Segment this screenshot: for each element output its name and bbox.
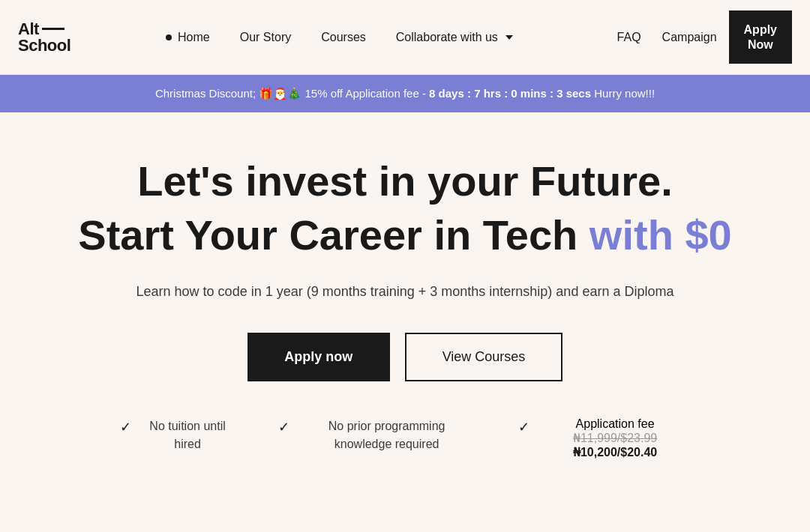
hero-title-line1: Let's invest in your Future. (60, 157, 750, 205)
hero-section: Let's invest in your Future. Start Your … (0, 112, 810, 519)
nav-apply-now-button[interactable]: Apply Now (729, 10, 792, 63)
feature-no-tuition: ✓ No tuition until hired (120, 417, 233, 453)
nav-home[interactable]: Home (154, 25, 222, 50)
nav-apply-now-line2: Now (748, 37, 773, 52)
view-courses-button[interactable]: View Courses (405, 333, 563, 381)
nav-collaborate-link[interactable]: Collaborate with us (384, 25, 525, 50)
nav-our-story-link[interactable]: Our Story (228, 25, 303, 50)
feature-no-prior-knowledge: ✓ No prior programming knowledge require… (278, 417, 473, 453)
feature-fee-details: Application fee ₦11,999/$23.99 ₦10,200/$… (540, 417, 690, 459)
nav-collaborate-label: Collaborate with us (396, 31, 498, 44)
hero-title-accent: with $0 (590, 211, 732, 259)
feature-no-tuition-text: No tuition until hired (142, 417, 233, 453)
logo[interactable]: Alt School (18, 21, 70, 54)
banner-timer: 8 days : 7 hrs : 0 mins : 3 secs (429, 87, 591, 100)
hero-subtitle: Learn how to code in 1 year (9 months tr… (60, 281, 750, 303)
feature-no-prior-knowledge-text: No prior programming knowledge required (300, 417, 473, 453)
hero-title-plain: Start Your Career in Tech (78, 211, 590, 259)
nav-home-label: Home (178, 31, 210, 44)
nav-our-story-label: Our Story (240, 31, 291, 44)
hero-title-line2: Start Your Career in Tech with $0 (60, 211, 750, 259)
nav-links: Home Our Story Courses Collaborate with … (154, 25, 525, 50)
fee-label: Application fee (540, 417, 690, 431)
navbar: Alt School Home Our Story Courses Collab… (0, 0, 810, 75)
banner-suffix: Hurry now!!! (591, 87, 655, 100)
nav-right: FAQ Campaign Apply Now (608, 10, 792, 63)
hero-cta-group: Apply now View Courses (60, 333, 750, 381)
chevron-down-icon (506, 35, 513, 40)
nav-faq-link[interactable]: FAQ (608, 25, 650, 50)
nav-courses-link[interactable]: Courses (309, 25, 378, 50)
logo-bottom: School (18, 37, 70, 54)
nav-collaborate[interactable]: Collaborate with us (384, 25, 525, 50)
home-dot (166, 34, 172, 40)
check-icon-3: ✓ (518, 419, 530, 435)
nav-campaign-label: Campaign (662, 31, 717, 43)
nav-campaign-link[interactable]: Campaign (653, 25, 726, 50)
apply-now-button[interactable]: Apply now (248, 333, 390, 381)
nav-courses[interactable]: Courses (309, 25, 378, 50)
nav-courses-label: Courses (321, 31, 366, 44)
logo-top: Alt (18, 21, 70, 37)
nav-faq-label: FAQ (617, 31, 641, 43)
fee-original-price: ₦11,999/$23.99 (573, 432, 657, 444)
features-section: ✓ No tuition until hired ✓ No prior prog… (60, 417, 750, 489)
check-icon-2: ✓ (278, 419, 290, 435)
feature-application-fee: ✓ Application fee ₦11,999/$23.99 ₦10,200… (518, 417, 690, 459)
fee-prices: ₦11,999/$23.99 ₦10,200/$20.40 (540, 431, 690, 459)
banner-prefix: Christmas Discount; 🎁🎅🎄 15% off Applicat… (155, 87, 429, 100)
nav-our-story[interactable]: Our Story (228, 25, 303, 50)
nav-apply-now-line1: Apply (744, 22, 777, 37)
fee-new-price: ₦10,200/$20.40 (573, 446, 657, 459)
promo-banner: Christmas Discount; 🎁🎅🎄 15% off Applicat… (0, 75, 810, 112)
check-icon-1: ✓ (120, 419, 131, 435)
